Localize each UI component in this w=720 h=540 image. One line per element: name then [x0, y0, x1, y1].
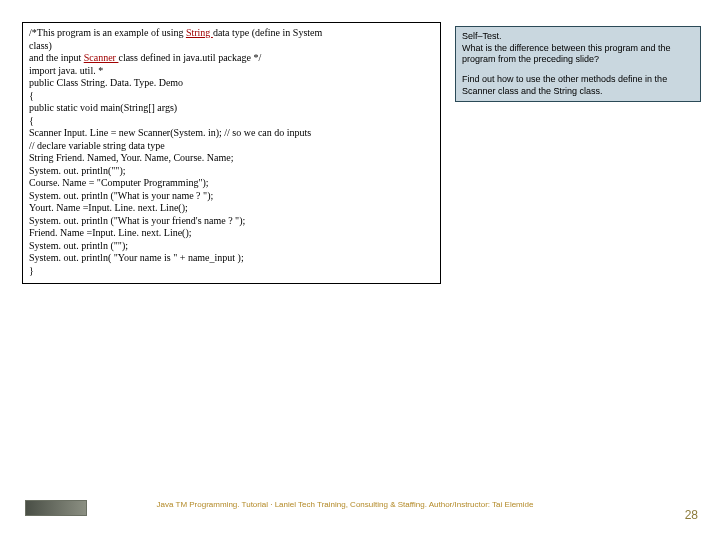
kw-string: String: [186, 27, 213, 38]
code-line: }: [29, 265, 434, 278]
code-line: import java. util. *: [29, 65, 434, 78]
spacer: [462, 66, 694, 74]
t: /*This program is an example of using: [29, 27, 186, 38]
selftest-box: Self–Test. What is the difference betwee…: [455, 26, 701, 102]
code-line: {: [29, 90, 434, 103]
t: data type (define in System: [213, 27, 322, 38]
selftest-heading: Self–Test.: [462, 31, 694, 43]
code-line: Course. Name = "Computer Programming");: [29, 177, 434, 190]
code-line: /*This program is an example of using St…: [29, 27, 434, 40]
code-line: Yourt. Name =Input. Line. next. Line();: [29, 202, 434, 215]
code-line: public Class String. Data. Type. Demo: [29, 77, 434, 90]
footer: Java TM Programming. Tutorial · Laniel T…: [85, 494, 685, 522]
t: class defined in java.util package */: [118, 52, 261, 63]
code-line: Scanner Input. Line = new Scanner(System…: [29, 127, 434, 140]
code-line: System. out. println ("What is your frie…: [29, 215, 434, 228]
code-line: String Friend. Named, Your. Name, Course…: [29, 152, 434, 165]
code-line: System. out. println ("");: [29, 240, 434, 253]
t: and the input: [29, 52, 84, 63]
code-line: class): [29, 40, 434, 53]
code-line: // declare variable string data type: [29, 140, 434, 153]
code-line: {: [29, 115, 434, 128]
selftest-q1: What is the difference between this prog…: [462, 43, 694, 66]
footer-decor: [25, 500, 87, 516]
code-box: /*This program is an example of using St…: [22, 22, 441, 284]
footer-text: Java TM Programming. Tutorial · Laniel T…: [85, 498, 605, 512]
code-line: public static void main(String[] args): [29, 102, 434, 115]
code-line: System. out. println("");: [29, 165, 434, 178]
code-line: Friend. Name =Input. Line. next. Line();: [29, 227, 434, 240]
kw-scanner: Scanner: [84, 52, 119, 63]
page-number: 28: [685, 508, 698, 522]
selftest-q2: Find out how to use the other methods de…: [462, 74, 694, 97]
code-line: System. out. println( "Your name is " + …: [29, 252, 434, 265]
code-line: and the input Scanner class defined in j…: [29, 52, 434, 65]
code-line: System. out. println ("What is your name…: [29, 190, 434, 203]
